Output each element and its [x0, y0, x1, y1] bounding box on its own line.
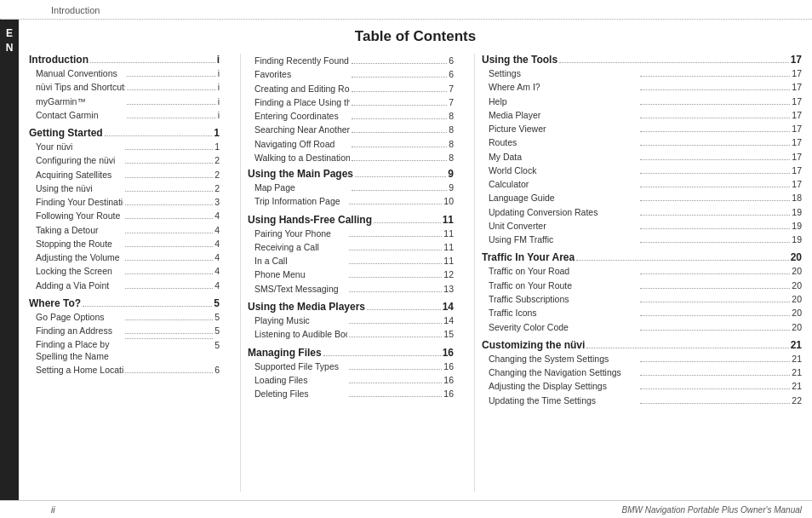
toc-entry-mygarmin: myGarmin™ i: [29, 95, 220, 108]
column-2: Finding Recently Found Places 6 Favorite…: [248, 54, 467, 492]
toc-entry-picture-viewer: Picture Viewer 17: [482, 122, 802, 135]
toc-entry-world-clock: World Clock 17: [482, 164, 802, 177]
toc-entry-settings: Settings 17: [482, 66, 802, 80]
toc-entry-where-am-i: Where Am I? 17: [482, 80, 802, 94]
section-traffic-page: 20: [791, 251, 802, 263]
column-3: Using the Tools 17 Settings 17 Where Am …: [482, 54, 802, 492]
section-customizing: Customizing the nüvi 21 Changing the Sys…: [482, 339, 802, 407]
section-introduction-dots: [90, 62, 215, 63]
section-getting-started: Getting Started 1 Your nüvi 1 Configurin…: [29, 127, 220, 292]
tab-e-label: E: [6, 26, 13, 41]
section-customizing-header: Customizing the nüvi 21: [482, 339, 802, 351]
section-using-tools-page: 17: [791, 54, 802, 66]
col-divider-2: [474, 54, 475, 492]
toc-entry-pairing-phone: Pairing Your Phone 11: [248, 227, 454, 240]
section-using-tools-header: Using the Tools 17: [482, 54, 802, 66]
section-media-players-dots: [367, 309, 441, 310]
section-traffic-dots: [576, 260, 788, 261]
toc-entry-taking-detour: Taking a Detour 4: [29, 223, 220, 237]
section-customizing-title: Customizing the nüvi: [482, 339, 585, 351]
toc-entry-go-page-options: Go Page Options 5: [29, 310, 220, 324]
toc-entry-configuring: Configuring the nüvi 2: [29, 153, 220, 167]
section-customizing-dots: [586, 348, 788, 348]
section-managing-files-header: Managing Files 16: [248, 347, 454, 359]
section-hands-free: Using Hands-Free Calling 11 Pairing Your…: [248, 214, 454, 296]
section-using-tools-dots: [559, 62, 789, 63]
section-managing-files-page: 16: [443, 347, 454, 359]
toc-entry-media-player: Media Player 17: [482, 108, 802, 122]
section-where-to-title: Where To?: [29, 297, 81, 309]
tab-n-label: N: [6, 41, 14, 55]
section-using-tools-title: Using the Tools: [482, 54, 558, 66]
toc-entry-phone-menu: Phone Menu 12: [248, 268, 454, 281]
toc-entry-following-route: Following Your Route 4: [29, 209, 220, 222]
section-hands-free-page: 11: [443, 214, 454, 226]
toc-entry-finding-address: Finding an Address 5: [29, 324, 220, 337]
toc-entry-traffic-subscriptions: Traffic Subscriptions 20: [482, 292, 802, 306]
section-traffic-title: Traffic In Your Area: [482, 251, 575, 263]
section-getting-started-page: 1: [214, 127, 220, 139]
toc-entry-using-nuvi: Using the nüvi 2: [29, 181, 220, 195]
toc-entry-audible-books: Listening to Audible Books 15: [248, 327, 454, 341]
section-introduction-header: Introduction i: [29, 54, 220, 66]
content-area: E N Table of Contents Introduction i: [0, 20, 812, 500]
section-where-to-page: 5: [214, 297, 220, 309]
section-introduction-title: Introduction: [29, 54, 89, 66]
section-main-pages-page: 9: [448, 168, 454, 180]
section-customizing-page: 21: [791, 339, 802, 351]
toc-entry-system-settings: Changing the System Settings 21: [482, 352, 802, 365]
columns-wrapper: Introduction i Manual Conventions i nüvi…: [29, 54, 802, 492]
toc-entry-trip-info: Trip Information Page 10: [248, 194, 454, 208]
toc-entry-traffic-road: Traffic on Your Road 20: [482, 264, 802, 278]
toc-entry-loading-files: Loading Files 16: [248, 373, 454, 387]
section-media-players-page: 14: [443, 301, 454, 313]
toc-entry-my-data: My Data 17: [482, 150, 802, 164]
section-managing-files-dots: [323, 355, 441, 356]
page: Introduction E N Table of Contents Intro…: [0, 0, 812, 518]
section-main-pages-title: Using the Main Pages: [248, 168, 353, 180]
page-title: Table of Contents: [355, 28, 476, 44]
bottom-bar: ii BMW Navigation Portable Plus Owner's …: [0, 500, 812, 518]
section-where-to-dots: [83, 306, 212, 307]
toc-entry-locking-screen: Locking the Screen 4: [29, 264, 220, 278]
toc-entry-playing-music: Playing Music 14: [248, 314, 454, 327]
toc-entry-calculator: Calculator 17: [482, 177, 802, 191]
section-getting-started-title: Getting Started: [29, 127, 103, 139]
top-bar-title: Introduction: [51, 5, 100, 15]
section-main-pages-dots: [355, 176, 446, 177]
toc-entry-setting-home: Setting a Home Location 6: [29, 363, 220, 377]
footer-page-num: ii: [51, 504, 55, 515]
section-introduction: Introduction i Manual Conventions i nüvi…: [29, 54, 220, 122]
section-where-to: Where To? 5 Go Page Options 5 Finding an…: [29, 297, 220, 377]
toc-entry-navigating-off-road: Navigating Off Road 8: [248, 137, 454, 151]
toc-entry-routes: Routes 17: [482, 135, 802, 149]
toc-entry-adding-via: Adding a Via Point 4: [29, 279, 220, 292]
section-main-pages-header: Using the Main Pages 9: [248, 168, 454, 180]
column-1: Introduction i Manual Conventions i nüvi…: [29, 54, 233, 492]
section-where-to-header: Where To? 5: [29, 297, 220, 309]
toc-entry-receiving-call: Receiving a Call 11: [248, 240, 454, 254]
toc-entry-deleting-files: Deleting Files 16: [248, 387, 454, 400]
toc-entry-creating-routes: Creating and Editing Routes 7: [248, 82, 454, 95]
toc-entry-manual-conventions: Manual Conventions i: [29, 66, 220, 80]
toc-entry-contact-garmin: Contact Garmin i: [29, 108, 220, 122]
toc-entry-language-guide: Language Guide 18: [482, 191, 802, 204]
toc-entry-walking-destination: Walking to a Destination 8: [248, 151, 454, 164]
section-main-pages: Using the Main Pages 9 Map Page 9 Trip I…: [248, 168, 454, 209]
toc-entry-help: Help 17: [482, 95, 802, 108]
section-traffic-header: Traffic In Your Area 20: [482, 251, 802, 263]
col-divider-1: [240, 54, 241, 492]
toc-entry-stopping-route: Stopping the Route 4: [29, 237, 220, 250]
page-title-area: Table of Contents: [29, 28, 802, 45]
toc-entry-sms: SMS/Text Messaging 13: [248, 282, 454, 296]
section-media-players-header: Using the Media Players 14: [248, 301, 454, 313]
toc-entry-finding-place-spelling: Finding a Place by Spelling the Name 5: [29, 338, 220, 363]
section-managing-files: Managing Files 16 Supported File Types 1…: [248, 347, 454, 401]
section-hands-free-header: Using Hands-Free Calling 11: [248, 214, 454, 226]
section-hands-free-dots: [374, 222, 441, 223]
section-getting-started-dots: [105, 135, 213, 136]
footer-manual-title: BMW Navigation Portable Plus Owner's Man…: [622, 505, 802, 515]
top-bar: Introduction: [0, 0, 812, 20]
toc-entry-time-settings: Updating the Time Settings 22: [482, 394, 802, 407]
toc-entry-map-page: Map Page 9: [248, 181, 454, 194]
